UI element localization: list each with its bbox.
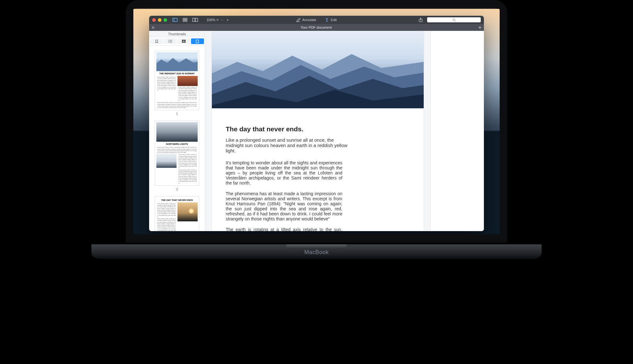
document-paragraph: The phenomena has at least made a lastin… [226, 191, 342, 221]
thumbnail-image [177, 76, 198, 86]
thumbnail-title: NORTHERN LIGHTS [156, 143, 198, 145]
sidebar-tab-thumbnails[interactable] [191, 38, 204, 44]
zoom-in-button[interactable]: + [225, 18, 230, 22]
pdf-page[interactable]: The day that never ends. Like a prolonge… [212, 31, 424, 231]
svg-rect-7 [195, 18, 198, 22]
page-scroll-area[interactable]: The day that never ends. Like a prolonge… [205, 31, 430, 231]
thumbnail-image [156, 122, 198, 142]
text-cursor-icon [325, 18, 329, 22]
thumbnail-view-button[interactable] [182, 17, 189, 23]
edit-label: Edit [331, 18, 337, 22]
sidebar-tab-bookmarks[interactable] [150, 38, 163, 44]
app-window: 100% − + Annotate [149, 16, 484, 231]
thumbnail-image [156, 153, 177, 168]
tab-title: Your PDF document [157, 26, 476, 29]
svg-point-13 [168, 42, 169, 43]
thumbnail-title: THE DAY THAT NEVER ENDS [156, 199, 198, 201]
svg-line-10 [455, 20, 456, 21]
svg-point-12 [168, 41, 169, 42]
zoom-level-label: 100% [206, 18, 215, 22]
search-icon [452, 18, 456, 22]
thumbnail-image [156, 52, 198, 71]
document-viewport: The day that never ends. Like a prolonge… [205, 31, 484, 231]
sidebar-tab-annotations[interactable]: A [177, 38, 190, 44]
svg-rect-0 [173, 18, 177, 22]
sidebar-title: Thumbnails [149, 31, 205, 37]
svg-rect-2 [183, 18, 185, 20]
sidebar-tab-outline[interactable] [164, 38, 177, 44]
maximize-window-button[interactable] [164, 18, 167, 22]
list-icon [168, 40, 172, 43]
close-tab-button[interactable] [149, 26, 157, 29]
page-thumbnail[interactable]: NORTHERN LIGHTS Lorem ipsum dolor sit am… [155, 121, 199, 186]
plus-icon [478, 26, 482, 29]
zoom-level-dropdown[interactable]: 100% [206, 18, 219, 22]
thumbnail-page-number: 2 [153, 188, 201, 191]
svg-point-11 [168, 40, 169, 41]
svg-rect-19 [196, 40, 199, 43]
toggle-sidebar-button[interactable] [171, 17, 178, 23]
svg-rect-6 [193, 18, 195, 22]
document-lede: Like a prolonged sunset and sunrise all … [226, 137, 352, 153]
page-thumbnail[interactable]: THE MIDNIGHT SUN IN NORWAY Lorem ipsum d… [155, 51, 199, 110]
hero-image [212, 31, 424, 108]
minimize-window-button[interactable] [158, 18, 161, 22]
document-tab[interactable]: Your PDF document [149, 24, 484, 31]
thumbnail-page-number: 1 [153, 112, 201, 116]
annotate-label: Annotate [302, 18, 316, 22]
search-field[interactable] [427, 17, 481, 22]
thumbnail-image [177, 202, 198, 221]
pencil-icon [296, 18, 300, 22]
sidebar-tab-strip: A [149, 37, 205, 46]
annotation-icon: A [182, 40, 186, 43]
thumbnails-sidebar: Thumbnails A [149, 31, 205, 231]
thumbnail-title: THE MIDNIGHT SUN IN NORWAY [156, 72, 198, 75]
svg-rect-5 [185, 20, 187, 22]
svg-rect-3 [185, 18, 187, 20]
svg-point-9 [453, 19, 455, 21]
two-page-view-button[interactable] [192, 17, 199, 23]
inspector-panel [430, 31, 484, 231]
share-button[interactable] [417, 17, 424, 23]
main-toolbar: 100% − + Annotate [149, 16, 484, 24]
document-paragraph: It's tempting to wonder about all the si… [226, 160, 342, 185]
close-icon [152, 26, 154, 29]
svg-rect-4 [183, 20, 185, 22]
chevron-down-icon [216, 19, 219, 21]
bookmark-icon [155, 40, 158, 43]
zoom-out-button[interactable]: − [219, 18, 224, 22]
edit-mode-button[interactable]: Edit [325, 18, 337, 22]
close-window-button[interactable] [152, 18, 156, 22]
svg-text:A: A [183, 40, 185, 43]
window-controls [152, 18, 167, 22]
document-paragraph: The earth is rotating at a tilted axis r… [226, 227, 342, 231]
device-label: MacBook [304, 249, 329, 256]
page-thumbnail[interactable]: THE DAY THAT NEVER ENDS Lorem ipsum dolo… [155, 196, 199, 231]
new-tab-button[interactable] [476, 26, 484, 29]
annotate-mode-button[interactable]: Annotate [296, 18, 316, 22]
thumbnails-list[interactable]: THE MIDNIGHT SUN IN NORWAY Lorem ipsum d… [149, 46, 205, 231]
document-heading: The day that never ends. [226, 125, 410, 133]
page-icon [196, 40, 199, 43]
